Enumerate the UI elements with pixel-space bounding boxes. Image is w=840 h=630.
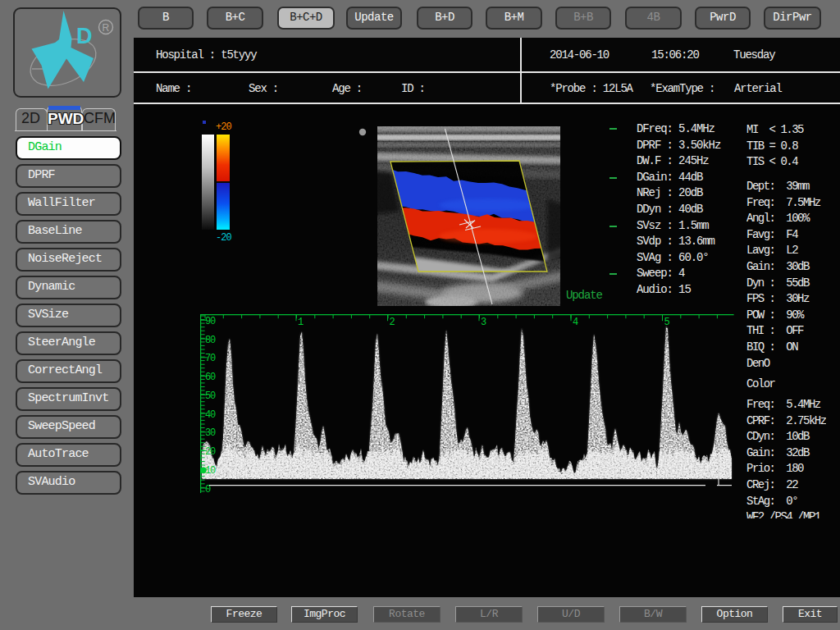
svg-text:5: 5 bbox=[664, 317, 670, 328]
svg-text:50: 50 bbox=[205, 390, 216, 402]
svg-text:20: 20 bbox=[205, 446, 216, 458]
svg-text:-20: -20 bbox=[216, 232, 231, 244]
svg-text:40: 40 bbox=[205, 409, 216, 421]
svg-text:2: 2 bbox=[390, 317, 395, 328]
svg-text:D: D bbox=[76, 24, 93, 48]
svg-text:70: 70 bbox=[205, 353, 216, 364]
svg-text:1: 1 bbox=[298, 317, 304, 328]
svg-text:+20: +20 bbox=[216, 121, 231, 133]
svg-text:4: 4 bbox=[573, 317, 578, 328]
svg-text:80: 80 bbox=[205, 335, 216, 346]
svg-text:3: 3 bbox=[481, 317, 486, 328]
svg-text:R: R bbox=[103, 22, 110, 34]
svg-text:90: 90 bbox=[205, 316, 216, 327]
svg-text:30: 30 bbox=[205, 427, 216, 439]
svg-text:10: 10 bbox=[205, 465, 216, 477]
svg-text:60: 60 bbox=[205, 372, 216, 383]
